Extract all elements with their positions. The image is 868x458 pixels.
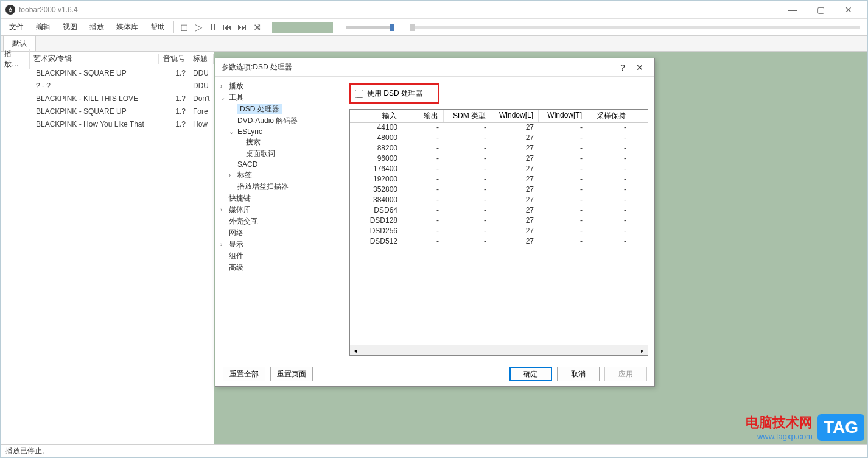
use-dsd-checkbox[interactable] <box>355 90 363 98</box>
seek-thumb[interactable] <box>410 24 415 31</box>
cell-wl: 27 <box>491 227 539 237</box>
hdr-resample[interactable]: 采样保持 <box>587 110 631 122</box>
scroll-left-icon[interactable]: ◂ <box>350 347 360 354</box>
menu-edit[interactable]: 编辑 <box>30 19 57 35</box>
row-title: Don't <box>189 94 214 103</box>
tree-node[interactable]: ⌄ESLyric <box>215 127 343 136</box>
close-button[interactable]: ✕ <box>835 1 863 19</box>
tree-node[interactable]: ›显示 <box>215 239 343 250</box>
tree-node[interactable]: ›播放 <box>215 80 343 92</box>
cell-wl: 27 <box>491 154 539 164</box>
reset-page-button[interactable]: 重置页面 <box>270 367 313 381</box>
hdr-window-l[interactable]: Window[L] <box>491 110 539 122</box>
pause-icon[interactable]: ⏸ <box>207 21 219 33</box>
dsd-row[interactable]: 384000--27-- <box>350 196 648 206</box>
cell-res: - <box>587 206 631 216</box>
tree-arrow-icon: › <box>220 83 229 90</box>
cancel-button[interactable]: 取消 <box>557 367 600 381</box>
play-icon[interactable]: ▷ <box>192 21 205 33</box>
use-dsd-checkbox-row[interactable]: 使用 DSD 处理器 <box>349 83 439 104</box>
tree-node[interactable]: 组件 <box>215 250 343 262</box>
random-icon[interactable]: ⤨ <box>251 21 263 33</box>
tree-arrow-icon: ⌄ <box>220 94 229 101</box>
tree-node[interactable]: 网络 <box>215 227 343 239</box>
dialog-close-button[interactable]: ✕ <box>631 63 648 72</box>
dsd-row[interactable]: DSD512--27-- <box>350 237 648 247</box>
cell-output: - <box>402 164 444 175</box>
dsd-table-header: 输入 输出 SDM 类型 Window[L] Window[T] 采样保持 <box>350 110 648 123</box>
tree-node[interactable]: DVD-Audio 解码器 <box>215 115 343 127</box>
menu-view[interactable]: 视图 <box>57 19 83 35</box>
dsd-row[interactable]: DSD128--27-- <box>350 216 648 227</box>
hdr-input[interactable]: 输入 <box>350 110 402 122</box>
playlist-row[interactable]: BLACKPINK - SQUARE UP1.?Fore <box>1 105 214 118</box>
col-artist[interactable]: 艺术家/专辑 <box>30 54 159 64</box>
tree-node[interactable]: ›媒体库 <box>215 204 343 216</box>
row-artist: BLACKPINK - How You Like That <box>30 120 159 129</box>
dsd-row[interactable]: 44100--27-- <box>350 123 648 133</box>
volume-slider[interactable] <box>346 26 394 29</box>
dsd-row[interactable]: DSD256--27-- <box>350 227 648 237</box>
row-title: DDU <box>189 69 214 77</box>
tree-node[interactable]: 快捷键 <box>215 192 343 204</box>
reset-all-button[interactable]: 重置全部 <box>223 367 265 381</box>
watermark: 电脑技术网 www.tagxp.com TAG <box>746 414 864 441</box>
dsd-row[interactable]: 88200--27-- <box>350 144 648 154</box>
dsd-pane: 使用 DSD 处理器 输入 输出 SDM 类型 Window[L] Window… <box>343 77 654 362</box>
tabbar: 默认 <box>1 36 867 52</box>
stop-icon[interactable]: ◻ <box>178 21 190 33</box>
seek-slider[interactable] <box>410 26 860 29</box>
dsd-row[interactable]: DSD64--27-- <box>350 206 648 216</box>
tree-node[interactable]: 桌面歌词 <box>215 148 343 160</box>
dsd-row[interactable]: 96000--27-- <box>350 154 648 164</box>
playlist-row[interactable]: BLACKPINK - How You Like That1.?How <box>1 118 214 130</box>
menu-help[interactable]: 帮助 <box>144 19 171 35</box>
dsd-row[interactable]: 192000--27-- <box>350 175 648 185</box>
help-button[interactable]: ? <box>614 63 631 72</box>
hdr-window-t[interactable]: Window[T] <box>539 110 587 122</box>
dsd-row[interactable]: 176400--27-- <box>350 164 648 175</box>
cell-output: - <box>402 144 444 154</box>
table-scrollbar[interactable]: ◂ ▸ <box>350 345 648 355</box>
minimize-button[interactable]: — <box>779 1 807 19</box>
cell-input: DSD128 <box>350 216 402 227</box>
playlist-row[interactable]: BLACKPINK - SQUARE UP1.?DDU <box>1 66 214 79</box>
col-track[interactable]: 音轨号 <box>159 54 189 64</box>
volume-thumb[interactable] <box>390 24 394 31</box>
maximize-button[interactable]: ▢ <box>807 1 835 19</box>
tree-node[interactable]: DSD 处理器 <box>215 104 343 115</box>
tree-node[interactable]: 高级 <box>215 262 343 273</box>
playlist-row[interactable]: ? - ?DDU <box>1 79 214 92</box>
cell-input: 192000 <box>350 175 402 185</box>
cell-output: - <box>402 133 444 144</box>
dsd-row[interactable]: 352800--27-- <box>350 185 648 196</box>
tree-node[interactable]: SACD <box>215 160 343 169</box>
hdr-sdm[interactable]: SDM 类型 <box>444 110 491 122</box>
playlist: 播放… 艺术家/专辑 音轨号 标题 BLACKPINK - SQUARE UP1… <box>1 52 214 444</box>
col-title[interactable]: 标题 <box>189 54 214 64</box>
tree-node[interactable]: 搜索 <box>215 136 343 148</box>
menu-file[interactable]: 文件 <box>3 19 30 35</box>
cell-wl: 27 <box>491 164 539 175</box>
scroll-right-icon[interactable]: ▸ <box>637 347 648 354</box>
statusbar: 播放已停止。 <box>1 444 867 457</box>
tree-node[interactable]: ⌄工具 <box>215 92 343 104</box>
next-icon[interactable]: ⏭ <box>236 21 248 33</box>
menu-playback[interactable]: 播放 <box>83 19 110 35</box>
hdr-output[interactable]: 输出 <box>402 110 444 122</box>
prev-icon[interactable]: ⏮ <box>222 21 234 33</box>
cell-input: 96000 <box>350 154 402 164</box>
tree-node[interactable]: ›标签 <box>215 169 343 181</box>
preferences-tree[interactable]: ›播放⌄工具DSD 处理器DVD-Audio 解码器⌄ESLyric搜索桌面歌词… <box>215 77 343 362</box>
tree-node[interactable]: 播放增益扫描器 <box>215 181 343 192</box>
ok-button[interactable]: 确定 <box>509 367 552 381</box>
tree-node[interactable]: 外壳交互 <box>215 216 343 227</box>
playlist-row[interactable]: BLACKPINK - KILL THIS LOVE1.?Don't <box>1 92 214 105</box>
dsd-row[interactable]: 48000--27-- <box>350 133 648 144</box>
apply-button[interactable]: 应用 <box>604 367 647 381</box>
row-title: How <box>189 120 214 129</box>
separator <box>338 21 338 33</box>
tree-label: 显示 <box>229 239 243 250</box>
menu-library[interactable]: 媒体库 <box>110 19 144 35</box>
preferences-dialog: 参数选项:DSD 处理器 ? ✕ ›播放⌄工具DSD 处理器DVD-Audio … <box>215 58 655 387</box>
